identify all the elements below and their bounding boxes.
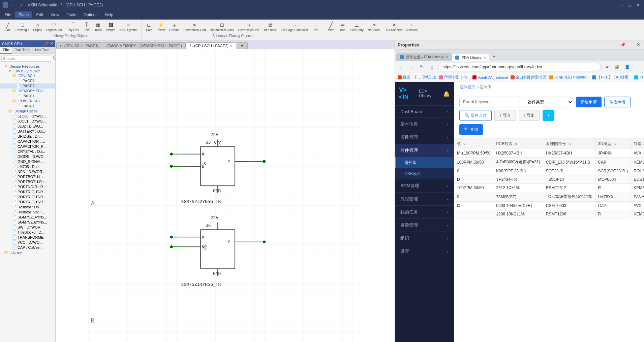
tab-cpu-page2[interactable]: / - (CPU.SCH : PAGE2) ✕ xyxy=(186,42,236,49)
nav-back-btn[interactable]: ← xyxy=(398,63,406,71)
tool-net-alias[interactable]: N~ Net Alias... xyxy=(366,21,384,33)
close-button[interactable]: ✕ xyxy=(635,2,641,8)
left-panel-pin[interactable]: 📌 xyxy=(44,41,49,46)
part-type-select[interactable]: 器件类型 xyxy=(523,97,573,107)
tree-portright-r3[interactable]: 📄PORTRIGHT-R ... xyxy=(0,200,55,205)
tool-line[interactable]: ╱ Line xyxy=(3,21,13,33)
tool-wire[interactable]: ╱ Wire xyxy=(326,21,336,33)
new-apply-btn[interactable]: 新增申请 xyxy=(576,97,602,107)
tree-battery[interactable]: 📄BATTERY : D:\... xyxy=(0,129,55,134)
th-pcb-package[interactable]: PCB封装 ⇅ xyxy=(493,139,543,149)
menu-options[interactable]: Options xyxy=(80,11,101,18)
address-bar[interactable] xyxy=(438,63,601,71)
tree-resistor[interactable]: 📄Resistor : D:\... xyxy=(0,205,55,210)
export-btn[interactable]: ↑ 导出 xyxy=(519,110,540,121)
tool-table[interactable]: ▦ Table xyxy=(93,21,103,33)
th-manufacturer[interactable]: 制造商 ⇅ xyxy=(631,139,644,149)
tree-page1-pow[interactable]: 📄 PAGE1 xyxy=(0,104,55,109)
tree-sw[interactable]: 📄SW : D:\WOR... xyxy=(0,225,55,230)
tool-rectangle[interactable]: □ Rectangle xyxy=(14,21,31,33)
tab-memory-page1[interactable]: /CMOS MEMORY - (MEMORY.SCH : PAGE1) xyxy=(103,42,186,49)
tree-bridge[interactable]: 📄BRIDGE : D:\... xyxy=(0,134,55,139)
tree-sgm7sz14[interactable]: 📄SGM7SZ14YN5... xyxy=(0,215,55,220)
tab-cpu-page1[interactable]: / - (CPU.SCH : PAGE1) xyxy=(56,42,102,49)
browser-tab-login[interactable]: 登录企业 - EDA Library ✕ xyxy=(396,53,452,61)
part-compare-btn[interactable]: 🔍 器件比对 xyxy=(459,110,492,121)
tree-51c68[interactable]: 📄51C68 : D:\WO... xyxy=(0,114,55,119)
tool-off-page-connector[interactable]: ↔ Off-Page Connector xyxy=(280,21,310,33)
menu-help[interactable]: Help xyxy=(101,11,117,18)
tree-portboth-r[interactable]: 📄PORTBOTH-R :... xyxy=(0,179,55,184)
nav-part-library[interactable]: 器件库 xyxy=(395,157,454,168)
title-bar-controls-minimize[interactable]: ─ xyxy=(10,2,16,8)
breadcrumb-root[interactable]: 器件管理 xyxy=(459,84,476,90)
menu-edit[interactable]: Edit xyxy=(33,11,47,18)
tree-resistor-var[interactable]: 📄Resistor_Var : ... xyxy=(0,210,55,215)
tool-hierarchical-pin[interactable]: ⊸ Hierarchical Pin xyxy=(237,21,261,33)
tool-junction[interactable]: + Junction xyxy=(405,21,419,33)
tool-ellipse[interactable]: ○ Ellipse xyxy=(32,21,44,33)
nav-forward-btn[interactable]: → xyxy=(408,63,416,71)
tree-cap[interactable]: 📄CAP : C:\User... xyxy=(0,245,55,250)
tab-dropdown[interactable]: ▼ xyxy=(237,42,248,49)
bookmark-vxin-redmine[interactable]: VxinEDA_redmine xyxy=(472,75,508,79)
tree-page2-cpu[interactable]: 📄 PAGE2 xyxy=(0,83,55,89)
nav-resource-mgmt[interactable]: 资源管理 ▸ xyxy=(395,219,454,232)
bookmark-baidu[interactable]: 百度一下，你就知道 xyxy=(398,75,436,80)
nav-bom-mgmt[interactable]: BOM管理 ▸ xyxy=(395,179,454,193)
bell-icon[interactable]: 🔔 xyxy=(443,91,450,97)
tool-picture[interactable]: 🖼 Picture xyxy=(105,21,117,33)
tool-hierarchical-block[interactable]: ⊡ Hierarchical Block xyxy=(209,21,236,33)
tree-crystal[interactable]: 📄CRYSTAL : D:\... xyxy=(0,149,55,154)
tab-part-tree[interactable]: Part Tree xyxy=(12,47,32,54)
tree-page1-cpu[interactable]: 📄 PAGE1 xyxy=(0,78,55,83)
minimize-button[interactable]: ─ xyxy=(618,2,625,8)
tree-80c51[interactable]: 📄80C51 : D:\WO... xyxy=(0,119,55,124)
tree-cmos-cpu[interactable]: ▼ CMOS CPU.vdn xyxy=(0,69,55,73)
tree-diode[interactable]: 📄DIODE : D:\WO... xyxy=(0,154,55,159)
tree-portright-r2[interactable]: 📄PORTRIGHT-R ... xyxy=(0,195,55,200)
maximize-button[interactable]: □ xyxy=(626,2,633,8)
tree-area[interactable]: ▼ Design Resources ▼ CMOS CPU.vdn 📁 CPU.… xyxy=(0,63,55,342)
nav-refresh-btn[interactable]: ↻ xyxy=(418,63,426,71)
browser-tab-eda[interactable]: EDA Library ✕ xyxy=(452,54,489,61)
tab-close-icon[interactable]: ✕ xyxy=(230,44,233,48)
bookmark-bilibili[interactable]: 哔哩哔哩（'·'υ... xyxy=(439,75,470,80)
title-bar-controls-restore[interactable]: □ xyxy=(18,2,23,8)
tab-net-tree[interactable]: Net Tree xyxy=(32,47,52,54)
new-tab-button[interactable]: + xyxy=(490,52,498,61)
tool-bus-entry[interactable]: ⊥ Bus Entry xyxy=(349,21,365,33)
tool-text[interactable]: T Text xyxy=(82,21,92,33)
part-keyword-input[interactable] xyxy=(459,97,520,107)
nav-profile-btn[interactable]: 👤 xyxy=(623,63,631,71)
nav-settings-btn[interactable]: ⋯ xyxy=(633,63,641,71)
tree-capacitor[interactable]: 📄CAPACITOR : ... xyxy=(0,139,55,144)
nav-basic-info[interactable]: 基本信息 ▸ xyxy=(395,118,454,131)
nav-bookmark-btn[interactable]: ★ xyxy=(603,63,611,71)
tree-gnd-signal[interactable]: 📄GND_SIGNAL ... xyxy=(0,159,55,164)
tree-portright-r1[interactable]: 📄PORTRIGHT-R ... xyxy=(0,190,55,195)
tool-ieee-symbol[interactable]: ≡ IEEE Symbol xyxy=(118,21,139,33)
nav-project-mgmt[interactable]: 项目管理 ▸ xyxy=(395,131,454,144)
menu-view[interactable]: View xyxy=(47,11,63,18)
nav-dashboard[interactable]: DashBoard ▸ xyxy=(395,106,454,118)
tree-transformer[interactable]: 📄TRANSFORME... xyxy=(0,235,55,240)
bookmark-jinshan[interactable]: 金山项目管理-首页 xyxy=(511,75,547,80)
search-input[interactable] xyxy=(1,56,51,62)
tree-titleblock0[interactable]: 📄TitleBlock0 : D:... xyxy=(0,230,55,235)
tool-pin[interactable]: ─ Pin xyxy=(311,21,321,33)
bookmark-712-demo[interactable]: 712-Demo-登录企... xyxy=(634,75,644,80)
tree-power-sch[interactable]: 📁 POWER.SCH xyxy=(0,99,55,104)
nav-settings[interactable]: 设置 ▸ xyxy=(395,245,454,258)
tool-ground[interactable]: ⏚ Ground xyxy=(168,21,181,33)
tool-poly-line[interactable]: ⌒ Poly Line xyxy=(65,21,81,33)
tree-page1-mem[interactable]: 📄 PAGE1 xyxy=(0,94,55,99)
tree-library[interactable]: 📁 Library xyxy=(0,250,55,255)
nav-my-tasks[interactable]: 我的任务 ▸ xyxy=(395,206,454,219)
tree-design-cache[interactable]: 📁 Design Cache xyxy=(0,109,55,114)
bookmark-capture[interactable]: (20条消息) Capture... xyxy=(549,75,589,80)
more-btn[interactable]: + xyxy=(543,110,554,121)
modify-apply-btn[interactable]: 修改申请 xyxy=(604,97,631,107)
tool-power[interactable]: ⚡ Power xyxy=(155,21,167,33)
tree-vcc[interactable]: 📄VCC : D:\WO... xyxy=(0,240,55,245)
